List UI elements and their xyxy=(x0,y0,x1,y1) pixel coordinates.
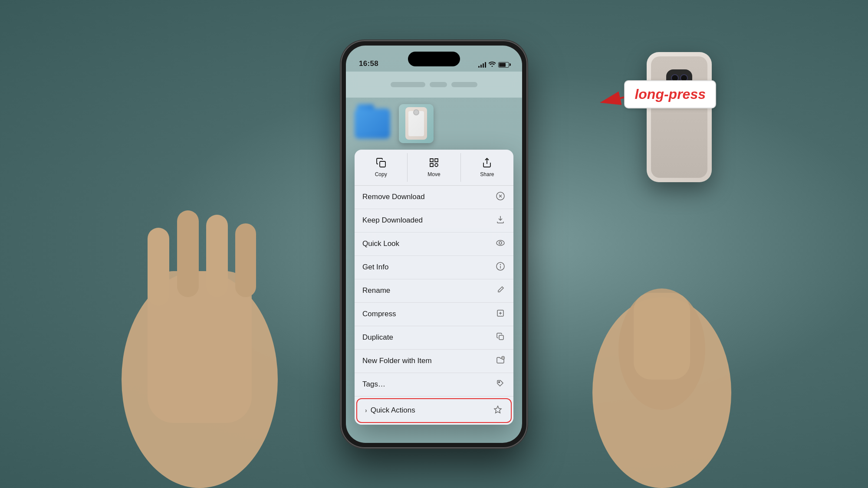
get-info-icon xyxy=(495,262,506,273)
keep-downloaded-label: Keep Downloaded xyxy=(362,216,423,225)
context-menu: Copy Move Share Remove Download xyxy=(355,150,513,425)
get-info-label: Get Info xyxy=(362,263,388,272)
dynamic-island xyxy=(408,52,460,66)
wifi-icon xyxy=(489,62,496,68)
rename-label: Rename xyxy=(362,286,390,295)
rename-icon xyxy=(495,285,506,296)
duplicate-label: Duplicate xyxy=(362,333,393,342)
quick-actions-label: Quick Actions xyxy=(371,406,415,415)
status-icons xyxy=(478,62,509,68)
new-folder-label: New Folder with Item xyxy=(362,357,432,365)
quick-actions-left: › Quick Actions xyxy=(365,406,415,415)
svg-rect-19 xyxy=(499,335,503,340)
share-label: Share xyxy=(480,171,494,177)
blue-folder xyxy=(355,108,390,139)
tags-icon xyxy=(495,379,506,390)
signal-icon xyxy=(478,62,486,68)
remove-download-label: Remove Download xyxy=(362,193,425,201)
quick-look-item[interactable]: Quick Look xyxy=(355,233,513,256)
tags-label: Tags… xyxy=(362,380,385,389)
remove-download-icon xyxy=(495,192,506,203)
annotation-container: long-press xyxy=(624,80,716,108)
duplicate-icon xyxy=(495,332,506,343)
duplicate-item[interactable]: Duplicate xyxy=(355,326,513,350)
svg-point-23 xyxy=(499,381,500,383)
rename-item[interactable]: Rename xyxy=(355,279,513,303)
share-button[interactable]: Share xyxy=(461,153,513,182)
keep-downloaded-item[interactable]: Keep Downloaded xyxy=(355,209,513,233)
copy-button[interactable]: Copy xyxy=(355,153,408,182)
svg-point-14 xyxy=(499,242,502,244)
quick-actions-icon xyxy=(493,405,503,416)
header-blur-2 xyxy=(430,82,447,87)
chevron-right-icon: › xyxy=(365,407,367,414)
share-icon xyxy=(482,157,492,170)
svg-point-13 xyxy=(496,240,504,246)
quick-actions-item[interactable]: › Quick Actions xyxy=(356,398,512,423)
quick-look-label: Quick Look xyxy=(362,239,399,248)
compress-icon xyxy=(495,309,506,320)
svg-rect-9 xyxy=(380,161,385,167)
svg-point-17 xyxy=(500,264,501,265)
thumbnail-phone-body xyxy=(405,107,427,140)
thumbnail-camera xyxy=(413,109,419,115)
svg-marker-24 xyxy=(494,406,501,413)
get-info-item[interactable]: Get Info xyxy=(355,256,513,279)
battery-fill xyxy=(499,63,506,67)
phone-screen: 16:58 xyxy=(346,46,522,443)
files-header xyxy=(346,72,522,98)
phone-frame: 16:58 xyxy=(341,40,527,448)
copy-label: Copy xyxy=(375,171,387,177)
move-button[interactable]: Move xyxy=(408,153,460,182)
long-press-label: long-press xyxy=(624,80,716,108)
move-icon xyxy=(429,157,439,170)
compress-item[interactable]: Compress xyxy=(355,303,513,326)
move-label: Move xyxy=(427,171,440,177)
remove-download-item[interactable]: Remove Download xyxy=(355,186,513,209)
phone-thumbnail[interactable] xyxy=(399,104,434,143)
quick-look-icon xyxy=(495,239,506,249)
keep-downloaded-icon xyxy=(495,215,506,226)
new-folder-icon xyxy=(495,356,506,367)
header-blur-3 xyxy=(451,82,477,87)
compress-label: Compress xyxy=(362,310,396,318)
header-blur-1 xyxy=(391,82,425,87)
copy-icon xyxy=(376,157,386,170)
files-items-area xyxy=(346,98,522,150)
status-time: 16:58 xyxy=(359,59,378,68)
context-top-actions: Copy Move Share xyxy=(355,150,513,186)
tags-item[interactable]: Tags… xyxy=(355,373,513,396)
battery-icon xyxy=(498,62,509,68)
new-folder-item[interactable]: New Folder with Item xyxy=(355,350,513,373)
